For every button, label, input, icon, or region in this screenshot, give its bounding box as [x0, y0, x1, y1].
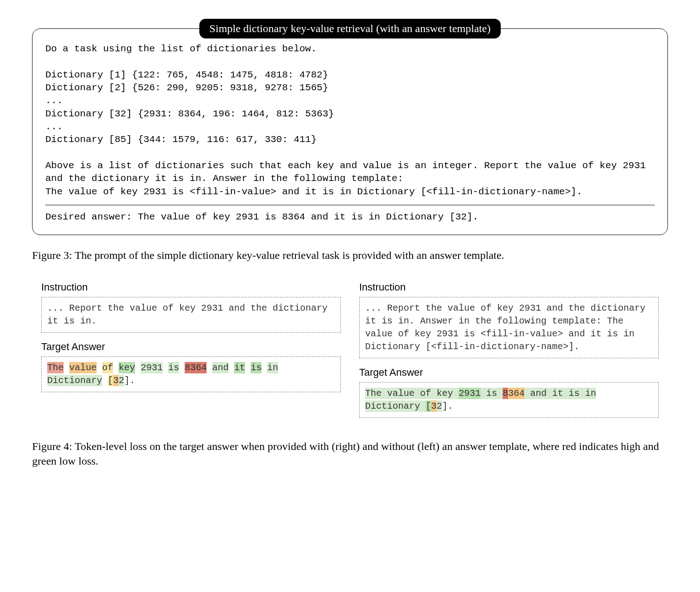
loss-token: it: [552, 388, 563, 399]
prompt-box: Simple dictionary key-value retrieval (w…: [32, 28, 668, 235]
loss-token: [113, 362, 119, 373]
loss-token: [525, 388, 530, 399]
loss-token: [547, 388, 552, 399]
target-answer-label: Target Answer: [41, 341, 341, 353]
loss-token: value: [387, 388, 415, 399]
loss-token: key: [437, 388, 453, 399]
loss-token: 3: [113, 375, 119, 386]
figure3-caption: Figure 3: The prompt of the simple dicti…: [32, 248, 668, 263]
loss-token: 8: [503, 388, 508, 399]
loss-token: [262, 362, 267, 373]
target-answer-box-left: The value of key 2931 is 8364 and it is …: [41, 356, 341, 392]
loss-token: in: [585, 388, 596, 399]
loss-token: ].: [124, 375, 135, 386]
loss-token: ].: [442, 400, 453, 412]
loss-token: The: [47, 362, 64, 373]
loss-token: is: [168, 362, 179, 373]
prompt-body: Do a task using the list of dictionaries…: [45, 43, 655, 198]
loss-token: [: [426, 400, 431, 412]
figure4-caption: Figure 4: Token-level loss on the target…: [32, 439, 668, 469]
loss-token: 2931: [459, 388, 481, 399]
loss-token: [179, 362, 185, 373]
loss-token: is: [569, 388, 580, 399]
instruction-label: Instruction: [359, 281, 659, 293]
loss-token: is: [251, 362, 262, 373]
loss-token: [229, 362, 234, 373]
loss-token: [: [108, 375, 113, 386]
loss-token: [64, 362, 69, 373]
loss-token: [420, 400, 426, 412]
loss-token: it: [234, 362, 245, 373]
loss-token: of: [420, 388, 431, 399]
loss-token: [245, 362, 251, 373]
prompt-desired-answer: Desired answer: The value of key 2931 is…: [45, 211, 655, 224]
instruction-label: Instruction: [41, 281, 341, 293]
instruction-box-right: ... Report the value of key 2931 and the…: [359, 297, 659, 358]
loss-token: 2931: [141, 362, 163, 373]
loss-token: key: [119, 362, 135, 373]
loss-token: [453, 388, 459, 399]
loss-token: of: [102, 362, 113, 373]
loss-token: [497, 388, 503, 399]
target-answer-box-right: The value of key 2931 is 8364 and it is …: [359, 382, 659, 418]
loss-token: 364: [508, 388, 525, 399]
loss-token: Dictionary: [47, 375, 102, 386]
loss-token: 3: [431, 400, 437, 412]
prompt-title: Simple dictionary key-value retrieval (w…: [199, 19, 501, 38]
loss-token: 8364: [185, 362, 207, 373]
loss-token: [207, 362, 212, 373]
loss-token: [415, 388, 420, 399]
loss-token: [163, 362, 168, 373]
divider: [45, 205, 655, 205]
loss-token: and: [530, 388, 547, 399]
loss-token: 2: [119, 375, 124, 386]
loss-token: [580, 388, 585, 399]
loss-token: 2: [437, 400, 442, 412]
figure4-row: Instruction ... Report the value of key …: [32, 280, 668, 426]
loss-token: [135, 362, 141, 373]
loss-token: [431, 388, 437, 399]
loss-token: [563, 388, 569, 399]
loss-token: Dictionary: [365, 400, 420, 412]
loss-token: is: [486, 388, 497, 399]
figure4-right-col: Instruction ... Report the value of key …: [359, 280, 659, 426]
target-answer-label: Target Answer: [359, 367, 659, 378]
loss-token: in: [267, 362, 278, 373]
loss-token: [382, 388, 387, 399]
loss-token: value: [69, 362, 97, 373]
loss-token: and: [212, 362, 229, 373]
instruction-box-left: ... Report the value of key 2931 and the…: [41, 297, 341, 333]
loss-token: [102, 375, 108, 386]
loss-token: The: [365, 388, 382, 399]
loss-token: [97, 362, 102, 373]
figure4-left-col: Instruction ... Report the value of key …: [41, 280, 341, 426]
loss-token: [481, 388, 486, 399]
